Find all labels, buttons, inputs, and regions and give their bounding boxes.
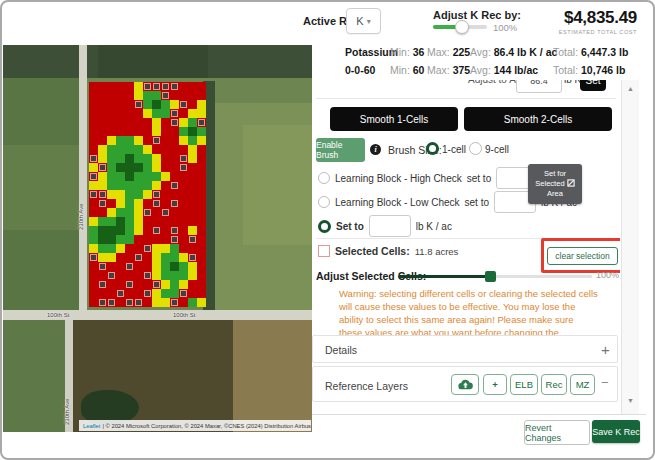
grid-cell[interactable]	[188, 253, 197, 262]
expand-plus-icon[interactable]: +	[601, 341, 610, 358]
grid-cell[interactable]	[143, 145, 152, 154]
grid-cell[interactable]	[170, 280, 179, 289]
grid-cell[interactable]	[197, 190, 206, 199]
grid-cell[interactable]	[125, 154, 134, 163]
grid-cell[interactable]	[197, 280, 206, 289]
grid-cell[interactable]	[179, 253, 188, 262]
grid-cell[interactable]	[125, 163, 134, 172]
grid-cell[interactable]	[170, 235, 179, 244]
scroll-down-icon[interactable]: ▼	[622, 397, 639, 404]
grid-cell[interactable]	[161, 172, 170, 181]
smooth-1-cells-button[interactable]: Smooth 1-Cells	[330, 107, 458, 131]
grid-cell[interactable]	[197, 253, 206, 262]
grid-cell[interactable]	[89, 127, 98, 136]
set-avg-button[interactable]: Set	[580, 80, 606, 91]
grid-cell[interactable]	[170, 154, 179, 163]
grid-cell[interactable]	[98, 271, 107, 280]
grid-cell[interactable]	[116, 226, 125, 235]
grid-cell[interactable]	[143, 172, 152, 181]
grid-cell[interactable]	[161, 127, 170, 136]
grid-cell[interactable]	[107, 190, 116, 199]
grid-cell[interactable]	[143, 82, 152, 91]
panel-scrollbar[interactable]: ▲ ▼	[621, 80, 639, 414]
grid-cell[interactable]	[197, 217, 206, 226]
scroll-up-icon[interactable]: ▲	[622, 85, 639, 92]
grid-cell[interactable]	[188, 226, 197, 235]
grid-cell[interactable]	[107, 280, 116, 289]
grid-cell[interactable]	[179, 190, 188, 199]
grid-cell[interactable]	[161, 298, 170, 307]
grid-cell[interactable]	[125, 244, 134, 253]
grid-cell[interactable]	[143, 154, 152, 163]
grid-cell[interactable]	[152, 91, 161, 100]
grid-cell[interactable]	[161, 208, 170, 217]
grid-cell[interactable]	[125, 145, 134, 154]
grid-cell[interactable]	[107, 181, 116, 190]
grid-cell[interactable]	[179, 82, 188, 91]
clear-selection-button[interactable]: clear selection	[547, 247, 617, 265]
grid-cell[interactable]	[98, 253, 107, 262]
grid-cell[interactable]	[89, 271, 98, 280]
slider-handle[interactable]	[485, 271, 496, 282]
grid-cell[interactable]	[116, 208, 125, 217]
grid-cell[interactable]	[152, 145, 161, 154]
grid-cell[interactable]	[107, 262, 116, 271]
grid-cell[interactable]	[89, 181, 98, 190]
grid-cell[interactable]	[170, 226, 179, 235]
grid-cell[interactable]	[188, 235, 197, 244]
grid-cell[interactable]	[134, 208, 143, 217]
grid-cell[interactable]	[98, 109, 107, 118]
grid-cell[interactable]	[161, 271, 170, 280]
grid-cell[interactable]	[125, 262, 134, 271]
grid-cell[interactable]	[197, 109, 206, 118]
grid-cell[interactable]	[116, 154, 125, 163]
grid-cell[interactable]	[197, 235, 206, 244]
grid-cell[interactable]	[152, 172, 161, 181]
grid-cell[interactable]	[197, 172, 206, 181]
grid-cell[interactable]	[107, 271, 116, 280]
grid-cell[interactable]	[116, 271, 125, 280]
grid-cell[interactable]	[107, 226, 116, 235]
grid-cell[interactable]	[98, 190, 107, 199]
grid-cell[interactable]	[161, 109, 170, 118]
grid-cell[interactable]	[152, 280, 161, 289]
grid-cell[interactable]	[125, 289, 134, 298]
reference-layers-card[interactable]: Reference Layers + ELB Rec MZ −	[312, 366, 618, 402]
adjust-to-avg-input[interactable]	[516, 80, 562, 93]
grid-cell[interactable]	[161, 190, 170, 199]
grid-cell[interactable]	[161, 280, 170, 289]
grid-cell[interactable]	[188, 298, 197, 307]
grid-cell[interactable]	[143, 271, 152, 280]
grid-cell[interactable]	[152, 100, 161, 109]
grid-cell[interactable]	[116, 145, 125, 154]
grid-cell[interactable]	[188, 100, 197, 109]
grid-cell[interactable]	[179, 154, 188, 163]
grid-cell[interactable]	[197, 91, 206, 100]
grid-cell[interactable]	[107, 154, 116, 163]
grid-cell[interactable]	[152, 82, 161, 91]
grid-cell[interactable]	[197, 82, 206, 91]
grid-cell[interactable]	[134, 154, 143, 163]
grid-cell[interactable]	[143, 163, 152, 172]
rec-layer-button[interactable]: Rec	[541, 374, 567, 395]
grid-cell[interactable]	[152, 181, 161, 190]
grid-cell[interactable]	[170, 199, 179, 208]
grid-cell[interactable]	[179, 163, 188, 172]
grid-cell[interactable]	[152, 127, 161, 136]
field-map[interactable]: 230th Ave 100th St 100th St 230th Ave Le…	[3, 45, 312, 432]
grid-cell[interactable]	[188, 289, 197, 298]
grid-cell[interactable]	[179, 280, 188, 289]
grid-cell[interactable]	[143, 262, 152, 271]
grid-cell[interactable]	[134, 109, 143, 118]
radio-learning-low[interactable]	[318, 196, 330, 208]
grid-cell[interactable]	[89, 235, 98, 244]
grid-cell[interactable]	[116, 280, 125, 289]
grid-cell[interactable]	[161, 235, 170, 244]
grid-cell[interactable]	[116, 109, 125, 118]
leaflet-link[interactable]: Leaflet	[83, 423, 100, 429]
grid-cell[interactable]	[152, 289, 161, 298]
grid-cell[interactable]	[143, 289, 152, 298]
set-for-selected-area-button[interactable]: Set for Selected Area	[528, 164, 582, 204]
grid-cell[interactable]	[98, 226, 107, 235]
grid-cell[interactable]	[125, 280, 134, 289]
